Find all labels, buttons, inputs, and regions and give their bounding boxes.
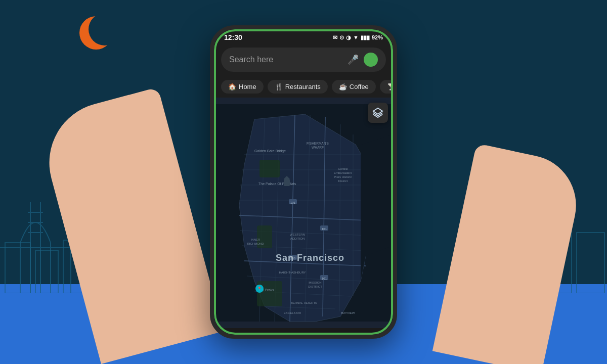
signal-icon: ▮▮▮ xyxy=(361,34,370,41)
svg-text:101: 101 xyxy=(322,277,327,280)
svg-text:ADDITION: ADDITION xyxy=(290,237,305,240)
bar-chip-icon: 🍸 xyxy=(387,83,393,90)
svg-text:RICHMOND: RICHMOND xyxy=(247,242,265,245)
status-bar: 12:30 ✉ ⊙ ◑ ▼ ▮▮▮ 92% xyxy=(214,29,393,43)
battery-text: 92% xyxy=(372,34,383,40)
chip-coffee[interactable]: ☕ Coffee xyxy=(332,80,376,94)
svg-text:HAIGHT-ASHBURY: HAIGHT-ASHBURY xyxy=(279,271,306,274)
svg-text:WESTERN: WESTERN xyxy=(290,233,305,236)
svg-text:BERNAL HEIGHTS: BERNAL HEIGHTS xyxy=(291,301,317,304)
svg-text:WHARF: WHARF xyxy=(312,146,324,149)
svg-text:INNER: INNER xyxy=(251,238,261,241)
search-bar[interactable]: Search here 🎤 xyxy=(221,48,386,72)
chip-bar[interactable]: 🍸 B xyxy=(380,80,393,94)
phone: 12:30 ✉ ⊙ ◑ ▼ ▮▮▮ 92% Search here 🎤 🏠 Ho… xyxy=(210,25,397,339)
svg-text:101: 101 xyxy=(322,228,327,231)
chip-home[interactable]: 🏠 Home xyxy=(221,80,264,94)
wifi-icon: ▼ xyxy=(353,34,359,40)
home-chip-icon: 🏠 xyxy=(228,83,236,90)
home-chip-label: Home xyxy=(239,83,256,90)
coffee-chip-icon: ☕ xyxy=(339,83,347,90)
layers-button[interactable] xyxy=(368,103,388,123)
email-icon: ✉ xyxy=(333,34,337,41)
svg-text:The Palace Of Fine Arts: The Palace Of Fine Arts xyxy=(258,182,296,186)
svg-text:101: 101 xyxy=(290,201,296,204)
svg-text:📍: 📍 xyxy=(257,286,262,291)
search-placeholder: Search here xyxy=(229,55,342,64)
map-area[interactable]: 101 101 280 101 Golden Gate Bridge The P… xyxy=(214,98,393,328)
svg-text:MISSION: MISSION xyxy=(309,281,321,284)
restaurants-chip-icon: 🍴 xyxy=(275,83,283,90)
svg-text:District: District xyxy=(338,179,348,183)
svg-rect-68 xyxy=(284,179,290,186)
svg-rect-63 xyxy=(259,160,280,177)
mic-icon[interactable]: 🎤 xyxy=(348,54,359,65)
status-time: 12:30 xyxy=(224,33,242,41)
svg-text:FISHERMAN'S: FISHERMAN'S xyxy=(307,142,329,145)
chip-restaurants[interactable]: 🍴 Restaurants xyxy=(268,80,328,94)
svg-text:BAYVIEW: BAYVIEW xyxy=(341,311,355,314)
svg-text:DISTRICT: DISTRICT xyxy=(308,285,322,288)
svg-text:Piers Historic: Piers Historic xyxy=(334,175,352,178)
coffee-chip-label: Coffee xyxy=(350,83,369,90)
svg-text:San Francisco: San Francisco xyxy=(276,253,344,263)
svg-point-2 xyxy=(79,16,113,50)
moon-decoration xyxy=(78,15,114,51)
status-icons: ✉ ⊙ ◑ ▼ ▮▮▮ 92% xyxy=(333,34,383,41)
brightness-icon: ◑ xyxy=(346,34,351,41)
svg-text:EXCELSIOR: EXCELSIOR xyxy=(284,311,301,314)
svg-text:n Peaks: n Peaks xyxy=(262,288,274,292)
map-svg: 101 101 280 101 Golden Gate Bridge The P… xyxy=(214,98,393,328)
svg-text:Embarcadero: Embarcadero xyxy=(334,171,353,174)
svg-text:Golden Gate Bridge: Golden Gate Bridge xyxy=(254,149,286,153)
restaurants-chip-label: Restaurants xyxy=(285,83,321,90)
search-area: Search here 🎤 xyxy=(214,43,393,77)
profile-dot[interactable] xyxy=(364,53,378,67)
location-icon: ⊙ xyxy=(339,34,344,41)
svg-text:Central: Central xyxy=(338,167,348,170)
quick-chips: 🏠 Home 🍴 Restaurants ☕ Coffee 🍸 B xyxy=(214,77,393,98)
